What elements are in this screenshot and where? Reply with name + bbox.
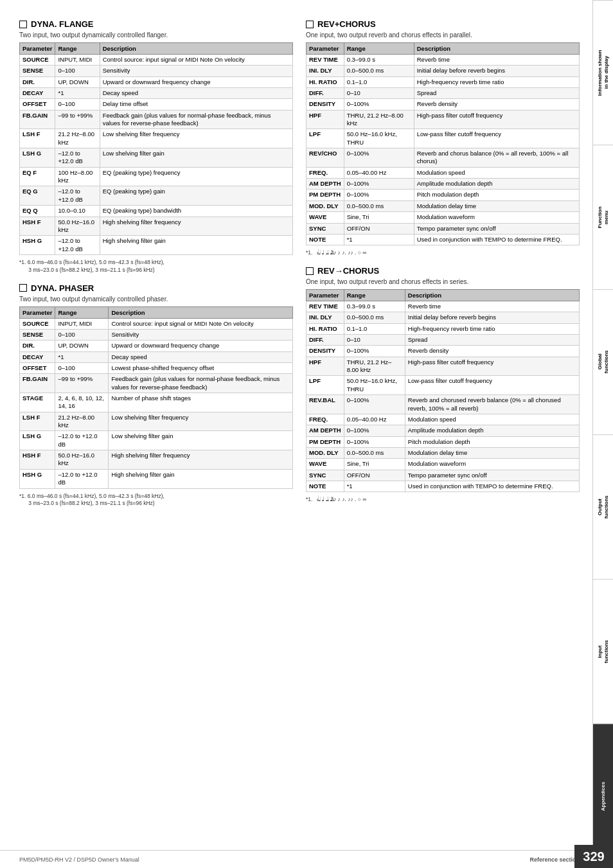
table-row: MOD. DLY0.0–500.0 msModulation delay tim…: [306, 200, 580, 211]
footer-bar: PM5D/PM5D-RH V2 / DSP5D Owner's Manual R…: [0, 850, 592, 868]
col-header-desc: Description: [100, 43, 292, 55]
rev-chorus-table: Parameter Range Description REV TIME0.3–…: [306, 42, 580, 245]
rev-chorus-title: REV+CHORUS: [306, 19, 580, 29]
table-row: FB.GAIN–99 to +99%Feedback gain (plus va…: [20, 374, 293, 393]
table-row: OFFSET0–100Delay time offset: [20, 99, 293, 110]
table-row: LSH F21.2 Hz–8.00 kHzLow shelving filter…: [20, 412, 293, 431]
rev-arrow-chorus-footnote: *1. 𝅝𝅗𝅥 ♩ 𝅗𝅥♩ 𝅘𝅥 ♩ 𝅘𝅥𝅮𝅘𝅥𝅮𝅘𝅥𝅮 𝅘𝅥 ♪ ♪ ♪. ♪♪ . ○ ∞: [306, 496, 580, 504]
table-row: LSH G–12.0 to +12.0 dBLow shelving filte…: [20, 148, 293, 168]
table-row: NOTE*1Used in conjunction with TEMPO to …: [306, 234, 580, 245]
col-header-desc-2: Description: [109, 306, 293, 318]
col-header-param-3: Parameter: [306, 43, 344, 55]
col-header-range-2: Range: [55, 306, 109, 318]
table-row: HPFTHRU, 21.2 Hz–8.00 kHzHigh-pass filte…: [306, 110, 580, 129]
table-row: EQ Q10.0–0.10EQ (peaking type) bandwidth: [20, 206, 293, 217]
dyna-flange-table: Parameter Range Description SOURCEINPUT,…: [19, 42, 293, 255]
col-header-range-3: Range: [344, 43, 414, 55]
table-row: NOTE*1Used in conjunction with TEMPO to …: [306, 481, 580, 492]
table-row: LPF50.0 Hz–16.0 kHz, THRULow-pass filter…: [306, 376, 580, 395]
col-header-param-2: Parameter: [20, 306, 55, 318]
table-row: DIR.UP, DOWNUpward or downward frequency…: [20, 76, 293, 87]
table-row: DECAY*1Decay speed: [20, 351, 293, 362]
table-row: LPF50.0 Hz–16.0 kHz, THRULow-pass filter…: [306, 129, 580, 148]
table-row: HSH F50.0 Hz–16.0 kHzHigh shelving filte…: [20, 217, 293, 236]
sidebar-tab-input[interactable]: Inputfunctions: [593, 579, 613, 723]
dyna-flange-title: DYNA. FLANGE: [19, 19, 293, 29]
table-row: SYNCOFF/ONTempo parameter sync on/off: [306, 470, 580, 481]
table-row: HI. RATIO0.1–1.0High-frequency reverb ti…: [306, 76, 580, 87]
table-row: DIFF.0–10Spread: [306, 335, 580, 346]
table-row: INI. DLY0.0–500.0 msInitial delay before…: [306, 66, 580, 76]
rev-chorus-footnote: *1. 𝅝𝅗𝅥 ♩ 𝅗𝅥♩ 𝅘𝅥 ♩ 𝅘𝅥𝅮𝅘𝅥𝅮𝅘𝅥𝅮 𝅘𝅥 ♪ ♪ ♪. ♪♪ . ○ ∞: [306, 249, 580, 257]
table-row: OFFSET0–100Lowest phase-shifted frequenc…: [20, 363, 293, 374]
table-row: DIR.UP, DOWNUpward or downward frequency…: [20, 341, 293, 351]
sidebar-tab-info[interactable]: Information shownin the display: [593, 0, 613, 145]
table-row: DIFF.0–10Spread: [306, 88, 580, 99]
page-number: 329: [583, 849, 604, 864]
right-sidebar: Information shownin the display Function…: [592, 0, 613, 868]
table-row: MOD. DLY0.0–500.0 msModulation delay tim…: [306, 447, 580, 458]
table-row: PM DEPTH0–100%Pitch modulation depth: [306, 190, 580, 200]
left-column: DYNA. FLANGE Two input, two output dynam…: [19, 19, 293, 842]
table-row: HSH F50.0 Hz–16.0 kHzHigh shelving filte…: [20, 450, 293, 470]
table-row: PM DEPTH0–100%Pitch modulation depth: [306, 436, 580, 447]
rev-arrow-chorus-table: Parameter Range Description REV TIME0.3–…: [306, 289, 580, 492]
dyna-flange-section: DYNA. FLANGE Two input, two output dynam…: [19, 19, 293, 274]
table-row: HSH G–12.0 to +12.0 dBHigh shelving filt…: [20, 236, 293, 255]
col-header-param-4: Parameter: [306, 290, 344, 301]
table-row: DECAY*1Decay speed: [20, 88, 293, 99]
page-number-box: 329: [574, 845, 613, 868]
col-header-range-4: Range: [344, 290, 405, 301]
table-row: STAGE2, 4, 6, 8, 10, 12, 14, 16Number of…: [20, 393, 293, 412]
table-row: FB.GAIN–99 to +99%Feedback gain (plus va…: [20, 110, 293, 129]
checkbox-icon-2: [19, 284, 27, 292]
dyna-flange-footnote: *1. 6.0 ms–46.0 s (fs=44.1 kHz), 5.0 ms–…: [19, 259, 293, 274]
checkbox-icon-4: [306, 267, 314, 275]
table-row: LSH G–12.0 to +12.0 dBLow shelving filte…: [20, 431, 293, 450]
table-row: WAVESine, TriModulation waveform: [306, 212, 580, 223]
rev-chorus-subtitle: One input, two output reverb and chorus …: [306, 31, 580, 39]
table-row: REV TIME0.3–99.0 sReverb time: [306, 55, 580, 66]
table-row: HPFTHRU, 21.2 Hz–8.00 kHzHigh-pass filte…: [306, 357, 580, 376]
table-row: SENSE0–100Sensitivity: [20, 66, 293, 76]
checkbox-icon-3: [306, 21, 314, 28]
table-row: EQ G–12.0 to +12.0 dBEQ (peaking type) g…: [20, 186, 293, 206]
table-row: SOURCEINPUT, MIDIControl source: input s…: [20, 55, 293, 66]
dyna-flange-subtitle: Two input, two output dynamically contro…: [19, 31, 293, 39]
rev-chorus-section: REV+CHORUS One input, two output reverb …: [306, 19, 580, 257]
table-row: DENSITY0–100%Reverb density: [306, 99, 580, 110]
col-header-desc-4: Description: [405, 290, 579, 301]
col-header-range: Range: [55, 43, 100, 55]
right-column: REV+CHORUS One input, two output reverb …: [306, 19, 580, 842]
table-row: REV/CHO0–100%Reverb and chorus balance (…: [306, 148, 580, 168]
table-row: AM DEPTH0–100%Amplitude modulation depth: [306, 425, 580, 436]
table-row: WAVESine, TriModulation waveform: [306, 459, 580, 470]
table-row: INI. DLY0.0–500.0 msInitial delay before…: [306, 312, 580, 323]
table-row: FREQ.0.05–40.00 HzModulation speed: [306, 167, 580, 178]
table-row: SOURCEINPUT, MIDIControl source: input s…: [20, 318, 293, 329]
table-row: REV.BAL0–100%Reverb and chorused reverb …: [306, 395, 580, 414]
col-header-param: Parameter: [20, 43, 55, 55]
dyna-phaser-section: DYNA. PHASER Two input, two output dynam…: [19, 283, 293, 508]
table-row: EQ F100 Hz–8.00 kHzEQ (peaking type) fre…: [20, 167, 293, 186]
footer-right-text: Reference section: [529, 856, 580, 863]
table-row: HI. RATIO0.1–1.0High-frequency reverb ti…: [306, 323, 580, 334]
dyna-phaser-table: Parameter Range Description SOURCEINPUT,…: [19, 306, 293, 489]
table-row: DENSITY0–100%Reverb density: [306, 346, 580, 357]
table-row: REV TIME0.3–99.0 sReverb time: [306, 301, 580, 312]
table-row: LSH F21.2 Hz–8.00 kHzLow shelving filter…: [20, 129, 293, 148]
col-header-desc-3: Description: [414, 43, 579, 55]
dyna-phaser-footnote: *1. 6.0 ms–46.0 s (fs=44.1 kHz), 5.0 ms–…: [19, 493, 293, 508]
dyna-phaser-title: DYNA. PHASER: [19, 283, 293, 293]
rev-arrow-chorus-section: REV→CHORUS One input, two output reverb …: [306, 266, 580, 504]
sidebar-tab-output[interactable]: Outputfunctions: [593, 434, 613, 579]
table-row: SENSE0–100Sensitivity: [20, 330, 293, 341]
table-row: SYNCOFF/ONTempo parameter sync on/off: [306, 223, 580, 234]
sidebar-tab-global[interactable]: Globalfunctions: [593, 289, 613, 434]
footer-left-text: PM5D/PM5D-RH V2 / DSP5D Owner's Manual: [19, 856, 139, 863]
rev-arrow-chorus-subtitle: One input, two output reverb and chorus …: [306, 278, 580, 285]
table-row: HSH G–12.0 to +12.0 dBHigh shelving filt…: [20, 469, 293, 488]
sidebar-tab-function[interactable]: Functionmenu: [593, 145, 613, 289]
table-row: AM DEPTH0–100%Amplitude modulation depth: [306, 179, 580, 190]
checkbox-icon: [19, 21, 27, 28]
